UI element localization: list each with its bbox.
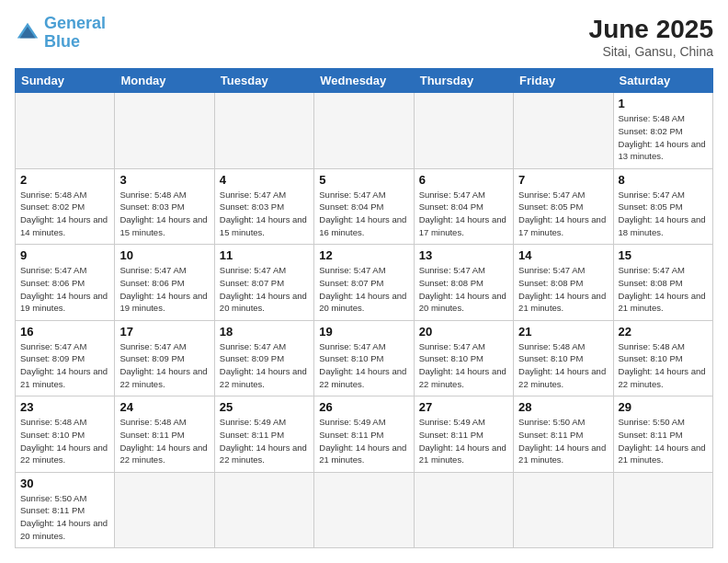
calendar-header-row: SundayMondayTuesdayWednesdayThursdayFrid… bbox=[16, 69, 713, 93]
calendar-empty bbox=[314, 472, 414, 548]
calendar-week-5: 23Sunrise: 5:48 AMSunset: 8:10 PMDayligh… bbox=[16, 396, 713, 473]
calendar-week-6: 30Sunrise: 5:50 AMSunset: 8:11 PMDayligh… bbox=[16, 472, 713, 548]
day-info: Sunrise: 5:47 AMSunset: 8:07 PMDaylight:… bbox=[220, 264, 309, 315]
calendar-day-13: 13Sunrise: 5:47 AMSunset: 8:08 PMDayligh… bbox=[414, 245, 513, 321]
day-info: Sunrise: 5:47 AMSunset: 8:05 PMDaylight:… bbox=[518, 189, 608, 239]
day-number: 4 bbox=[220, 173, 309, 187]
logo-line2: Blue bbox=[44, 32, 80, 51]
calendar-empty bbox=[314, 93, 414, 169]
day-info: Sunrise: 5:48 AMSunset: 8:11 PMDaylight:… bbox=[119, 416, 209, 466]
day-number: 11 bbox=[220, 248, 309, 262]
calendar-empty bbox=[514, 472, 613, 548]
day-number: 9 bbox=[20, 248, 109, 262]
day-info: Sunrise: 5:47 AMSunset: 8:09 PMDaylight:… bbox=[119, 340, 209, 391]
day-info: Sunrise: 5:50 AMSunset: 8:11 PMDaylight:… bbox=[20, 492, 109, 543]
logo-line1: General bbox=[44, 14, 106, 32]
day-number: 2 bbox=[20, 173, 109, 187]
day-number: 22 bbox=[619, 325, 708, 339]
day-info: Sunrise: 5:47 AMSunset: 8:03 PMDaylight:… bbox=[220, 189, 309, 239]
calendar-day-21: 21Sunrise: 5:48 AMSunset: 8:10 PMDayligh… bbox=[514, 320, 613, 396]
calendar-week-4: 16Sunrise: 5:47 AMSunset: 8:09 PMDayligh… bbox=[16, 320, 713, 396]
day-info: Sunrise: 5:49 AMSunset: 8:11 PMDaylight:… bbox=[319, 416, 408, 466]
calendar-day-3: 3Sunrise: 5:48 AMSunset: 8:03 PMDaylight… bbox=[115, 168, 214, 245]
calendar-empty bbox=[214, 472, 313, 548]
day-number: 20 bbox=[419, 325, 508, 339]
day-number: 17 bbox=[119, 325, 209, 339]
day-info: Sunrise: 5:47 AMSunset: 8:10 PMDaylight:… bbox=[419, 340, 508, 391]
calendar-day-27: 27Sunrise: 5:49 AMSunset: 8:11 PMDayligh… bbox=[414, 396, 513, 473]
day-info: Sunrise: 5:48 AMSunset: 8:10 PMDaylight:… bbox=[20, 416, 109, 466]
calendar-day-17: 17Sunrise: 5:47 AMSunset: 8:09 PMDayligh… bbox=[115, 320, 214, 396]
day-number: 26 bbox=[319, 400, 408, 414]
day-number: 23 bbox=[20, 400, 109, 414]
day-number: 13 bbox=[419, 248, 508, 262]
day-number: 25 bbox=[220, 400, 309, 414]
day-info: Sunrise: 5:49 AMSunset: 8:11 PMDaylight:… bbox=[419, 416, 508, 466]
day-number: 5 bbox=[319, 173, 408, 187]
header: General Blue June 2025 Sitai, Gansu, Chi… bbox=[15, 15, 713, 59]
calendar-day-5: 5Sunrise: 5:47 AMSunset: 8:04 PMDaylight… bbox=[314, 168, 414, 245]
day-info: Sunrise: 5:48 AMSunset: 8:10 PMDaylight:… bbox=[518, 340, 608, 391]
calendar-day-11: 11Sunrise: 5:47 AMSunset: 8:07 PMDayligh… bbox=[214, 245, 313, 321]
calendar-table: SundayMondayTuesdayWednesdayThursdayFrid… bbox=[15, 68, 713, 548]
day-info: Sunrise: 5:50 AMSunset: 8:11 PMDaylight:… bbox=[518, 416, 608, 466]
day-info: Sunrise: 5:48 AMSunset: 8:02 PMDaylight:… bbox=[619, 112, 708, 163]
day-info: Sunrise: 5:48 AMSunset: 8:03 PMDaylight:… bbox=[119, 189, 209, 239]
calendar-day-12: 12Sunrise: 5:47 AMSunset: 8:07 PMDayligh… bbox=[314, 245, 414, 321]
calendar-day-1: 1Sunrise: 5:48 AMSunset: 8:02 PMDaylight… bbox=[613, 93, 712, 169]
calendar-day-30: 30Sunrise: 5:50 AMSunset: 8:11 PMDayligh… bbox=[16, 472, 115, 548]
calendar-empty bbox=[16, 93, 115, 169]
calendar-day-4: 4Sunrise: 5:47 AMSunset: 8:03 PMDaylight… bbox=[214, 168, 313, 245]
weekday-header-thursday: Thursday bbox=[414, 69, 513, 93]
day-info: Sunrise: 5:47 AMSunset: 8:07 PMDaylight:… bbox=[319, 264, 408, 315]
day-info: Sunrise: 5:47 AMSunset: 8:09 PMDaylight:… bbox=[220, 340, 309, 391]
calendar-day-16: 16Sunrise: 5:47 AMSunset: 8:09 PMDayligh… bbox=[16, 320, 115, 396]
calendar-day-29: 29Sunrise: 5:50 AMSunset: 8:11 PMDayligh… bbox=[613, 396, 712, 473]
calendar-day-23: 23Sunrise: 5:48 AMSunset: 8:10 PMDayligh… bbox=[16, 396, 115, 473]
day-info: Sunrise: 5:47 AMSunset: 8:04 PMDaylight:… bbox=[319, 189, 408, 239]
day-number: 6 bbox=[419, 173, 508, 187]
calendar-day-6: 6Sunrise: 5:47 AMSunset: 8:04 PMDaylight… bbox=[414, 168, 513, 245]
calendar-empty bbox=[414, 93, 513, 169]
day-number: 28 bbox=[518, 400, 608, 414]
day-number: 30 bbox=[20, 477, 109, 490]
calendar-day-25: 25Sunrise: 5:49 AMSunset: 8:11 PMDayligh… bbox=[214, 396, 313, 473]
day-info: Sunrise: 5:47 AMSunset: 8:10 PMDaylight:… bbox=[319, 340, 408, 391]
day-info: Sunrise: 5:47 AMSunset: 8:04 PMDaylight:… bbox=[419, 189, 508, 239]
calendar-empty bbox=[214, 93, 313, 169]
calendar-empty bbox=[613, 472, 712, 548]
calendar-empty bbox=[115, 472, 214, 548]
calendar-day-24: 24Sunrise: 5:48 AMSunset: 8:11 PMDayligh… bbox=[115, 396, 214, 473]
logo-text: General Blue bbox=[44, 15, 106, 52]
day-number: 14 bbox=[518, 248, 608, 262]
day-number: 24 bbox=[119, 400, 209, 414]
calendar-day-18: 18Sunrise: 5:47 AMSunset: 8:09 PMDayligh… bbox=[214, 320, 313, 396]
calendar-day-26: 26Sunrise: 5:49 AMSunset: 8:11 PMDayligh… bbox=[314, 396, 414, 473]
weekday-header-wednesday: Wednesday bbox=[314, 69, 414, 93]
calendar-week-2: 2Sunrise: 5:48 AMSunset: 8:02 PMDaylight… bbox=[16, 168, 713, 245]
day-number: 8 bbox=[619, 173, 708, 187]
calendar-empty bbox=[514, 93, 613, 169]
logo: General Blue bbox=[15, 15, 106, 52]
day-number: 18 bbox=[220, 325, 309, 339]
page-container: General Blue June 2025 Sitai, Gansu, Chi… bbox=[0, 0, 728, 563]
weekday-header-saturday: Saturday bbox=[613, 69, 712, 93]
calendar-day-2: 2Sunrise: 5:48 AMSunset: 8:02 PMDaylight… bbox=[16, 168, 115, 245]
calendar-empty bbox=[414, 472, 513, 548]
day-info: Sunrise: 5:47 AMSunset: 8:08 PMDaylight:… bbox=[518, 264, 608, 315]
calendar-day-22: 22Sunrise: 5:48 AMSunset: 8:10 PMDayligh… bbox=[613, 320, 712, 396]
day-number: 12 bbox=[319, 248, 408, 262]
day-number: 27 bbox=[419, 400, 508, 414]
weekday-header-friday: Friday bbox=[514, 69, 613, 93]
calendar-day-14: 14Sunrise: 5:47 AMSunset: 8:08 PMDayligh… bbox=[514, 245, 613, 321]
day-info: Sunrise: 5:47 AMSunset: 8:05 PMDaylight:… bbox=[619, 189, 708, 239]
day-number: 16 bbox=[20, 325, 109, 339]
calendar-week-1: 1Sunrise: 5:48 AMSunset: 8:02 PMDaylight… bbox=[16, 93, 713, 169]
day-number: 21 bbox=[518, 325, 608, 339]
day-info: Sunrise: 5:47 AMSunset: 8:08 PMDaylight:… bbox=[419, 264, 508, 315]
day-info: Sunrise: 5:47 AMSunset: 8:06 PMDaylight:… bbox=[119, 264, 209, 315]
day-number: 7 bbox=[518, 173, 608, 187]
day-number: 3 bbox=[119, 173, 209, 187]
logo-icon bbox=[15, 20, 40, 46]
day-info: Sunrise: 5:47 AMSunset: 8:09 PMDaylight:… bbox=[20, 340, 109, 391]
